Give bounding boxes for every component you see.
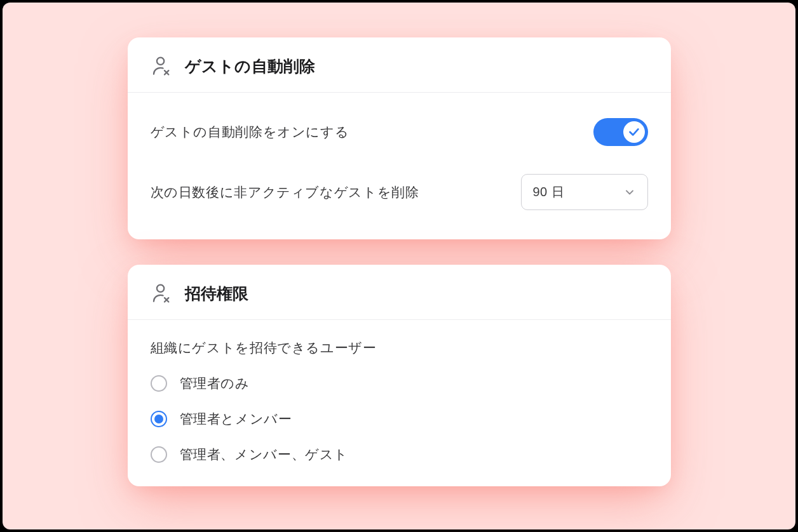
auto-delete-toggle-label: ゲストの自動削除をオンにする <box>151 123 349 141</box>
invite-radio-list: 管理者のみ 管理者とメンバー 管理者、メンバー、ゲスト <box>151 375 648 463</box>
auto-delete-card: ゲストの自動削除 ゲストの自動削除をオンにする 次の日数後に非アクティブなゲスト… <box>128 37 671 239</box>
toggle-knob <box>623 121 645 143</box>
days-select[interactable]: 90 日 <box>521 174 648 210</box>
auto-delete-days-row: 次の日数後に非アクティブなゲストを削除 90 日 <box>151 168 648 216</box>
invite-permissions-card: 招待権限 組織にゲストを招待できるユーザー 管理者のみ 管理者とメンバー 管理者… <box>128 265 671 486</box>
user-x-icon <box>151 283 172 304</box>
auto-delete-header: ゲストの自動削除 <box>128 37 671 93</box>
auto-delete-body: ゲストの自動削除をオンにする 次の日数後に非アクティブなゲストを削除 90 日 <box>128 93 671 239</box>
invite-permissions-body: 組織にゲストを招待できるユーザー 管理者のみ 管理者とメンバー 管理者、メンバー… <box>128 320 671 486</box>
days-select-value: 90 日 <box>533 183 564 201</box>
check-icon <box>627 125 641 139</box>
page-backdrop: ゲストの自動削除 ゲストの自動削除をオンにする 次の日数後に非アクティブなゲスト… <box>3 3 795 529</box>
radio-label: 管理者、メンバー、ゲスト <box>180 446 349 463</box>
svg-point-3 <box>156 285 163 292</box>
invite-permissions-header: 招待権限 <box>128 265 671 320</box>
auto-delete-toggle-row: ゲストの自動削除をオンにする <box>151 112 648 152</box>
radio-label: 管理者のみ <box>180 375 250 392</box>
svg-point-0 <box>156 58 163 65</box>
radio-indicator <box>151 411 167 427</box>
invite-permissions-prompt: 組織にゲストを招待できるユーザー <box>151 339 648 357</box>
auto-delete-title: ゲストの自動削除 <box>185 56 316 77</box>
chevron-down-icon <box>623 186 636 199</box>
radio-option-admins-members[interactable]: 管理者とメンバー <box>151 410 648 428</box>
radio-indicator <box>151 446 167 463</box>
user-x-icon <box>151 55 172 77</box>
radio-option-admins-members-guests[interactable]: 管理者、メンバー、ゲスト <box>151 446 648 463</box>
radio-dot <box>154 415 163 423</box>
radio-indicator <box>151 375 167 392</box>
auto-delete-days-label: 次の日数後に非アクティブなゲストを削除 <box>151 183 419 201</box>
radio-option-admins-only[interactable]: 管理者のみ <box>151 375 648 392</box>
invite-permissions-title: 招待権限 <box>185 283 249 304</box>
radio-label: 管理者とメンバー <box>180 410 292 428</box>
auto-delete-toggle[interactable] <box>593 118 648 146</box>
